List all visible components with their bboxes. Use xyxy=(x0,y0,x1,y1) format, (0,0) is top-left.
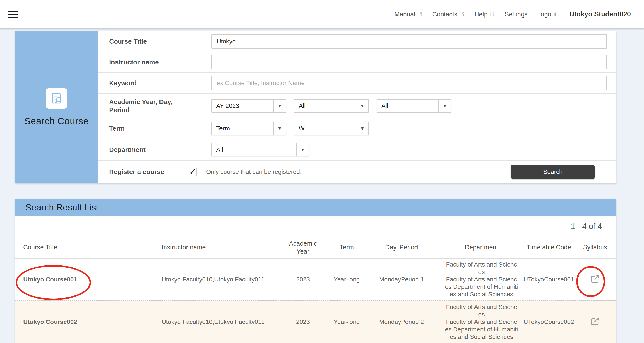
search-course-card: Search Course Course Title Instructor na… xyxy=(15,31,616,183)
form-row-department: Department All ▼ xyxy=(98,139,616,160)
search-course-title: Search Course xyxy=(24,116,88,126)
instructor-name-label: Instructor name xyxy=(109,58,184,66)
chevron-down-icon: ▼ xyxy=(356,122,368,135)
nav-manual-label: Manual xyxy=(394,11,415,18)
nav-help-label: Help xyxy=(474,11,488,18)
instructor-cell: Utokyo Faculty010,Utokyo Faculty011 xyxy=(162,258,276,301)
search-result-card: Search Result List 1 - 4 of 4 Course Tit… xyxy=(15,199,616,343)
chevron-down-icon: ▼ xyxy=(438,100,451,112)
nav-logout[interactable]: Logout xyxy=(537,11,557,18)
department-select[interactable]: All ▼ xyxy=(212,143,309,156)
search-course-side-panel: Search Course xyxy=(15,31,98,183)
nav-logout-label: Logout xyxy=(537,11,557,18)
keyword-input[interactable] xyxy=(212,76,607,90)
form-row-register: Register a course ✓ Only course that can… xyxy=(98,160,616,183)
search-course-icon xyxy=(46,88,68,109)
year-cell: 2023 xyxy=(276,258,330,301)
syllabus-cell xyxy=(574,301,616,343)
period-select-value: All xyxy=(377,102,438,109)
pagination-info: 1 - 4 of 4 xyxy=(15,216,616,237)
register-course-checkbox[interactable]: ✓ xyxy=(188,168,197,176)
form-row-term: Term Term ▼ W ▼ xyxy=(98,118,616,139)
col-instructor-name: Instructor name xyxy=(162,237,276,258)
search-result-list-title: Search Result List xyxy=(15,199,616,216)
register-course-checkbox-label: Only course that can be registered. xyxy=(206,168,302,175)
day-select[interactable]: All ▼ xyxy=(294,99,369,113)
search-button[interactable]: Search xyxy=(511,165,595,179)
chevron-down-icon: ▼ xyxy=(356,100,368,112)
syllabus-external-link-icon[interactable] xyxy=(590,316,600,326)
nav-contacts-label: Contacts xyxy=(432,11,457,18)
keyword-label: Keyword xyxy=(109,79,184,87)
department-label: Department xyxy=(109,146,184,154)
instructor-cell: Utokyo Faculty010,Utokyo Faculty011 xyxy=(162,301,276,343)
course-title-input[interactable] xyxy=(212,34,607,49)
term-cell: Year-long xyxy=(330,301,363,343)
nav-help[interactable]: Help xyxy=(474,11,495,18)
course-title-label: Course Title xyxy=(109,37,184,46)
timetable-code-cell: UTokyoCourse002 xyxy=(523,301,574,343)
term-detail-select[interactable]: W ▼ xyxy=(294,122,369,135)
col-academic-year: Academic Year xyxy=(276,237,330,258)
course-title-link[interactable]: Utokyo Course002 xyxy=(15,301,162,343)
syllabus-cell xyxy=(574,258,616,301)
user-name: Utokyo Student020 xyxy=(569,10,631,18)
form-row-academic: Academic Year, Day, Period AY 2023 ▼ All… xyxy=(98,93,616,118)
timetable-code-cell: UTokyoCourse001 xyxy=(523,258,574,301)
form-row-instructor: Instructor name xyxy=(98,52,616,72)
checkmark-icon: ✓ xyxy=(189,167,196,176)
day-period-cell: MondayPeriod 2 xyxy=(363,301,440,343)
chevron-down-icon: ▼ xyxy=(296,143,309,156)
results-header-row: Course Title Instructor name Academic Ye… xyxy=(15,237,616,258)
instructor-name-input[interactable] xyxy=(212,55,607,70)
col-timetable-code: Timetable Code xyxy=(523,237,574,258)
term-cell: Year-long xyxy=(330,258,363,301)
external-link-icon xyxy=(417,12,423,17)
col-course-title: Course Title xyxy=(15,237,162,258)
nav-settings[interactable]: Settings xyxy=(505,11,528,18)
register-course-label: Register a course xyxy=(109,168,184,176)
academic-year-select-value: AY 2023 xyxy=(212,102,273,109)
col-term: Term xyxy=(330,237,363,258)
external-link-icon xyxy=(459,12,465,17)
academic-year-select[interactable]: AY 2023 ▼ xyxy=(212,99,286,113)
result-row-1: Utokyo Course001 Utokyo Faculty010,Utoky… xyxy=(15,258,616,301)
day-select-value: All xyxy=(294,102,356,109)
day-period-cell: MondayPeriod 1 xyxy=(363,258,440,301)
term-label: Term xyxy=(109,124,184,133)
period-select[interactable]: All ▼ xyxy=(376,99,452,113)
external-link-icon xyxy=(489,12,495,17)
course-title-link[interactable]: Utokyo Course001 xyxy=(15,258,162,301)
col-department: Department xyxy=(440,237,523,258)
department-select-value: All xyxy=(212,146,296,153)
col-day-period: Day, Period xyxy=(363,237,440,258)
academic-label: Academic Year, Day, Period xyxy=(109,98,184,114)
form-row-keyword: Keyword xyxy=(98,72,616,93)
chevron-down-icon: ▼ xyxy=(273,122,286,135)
nav-settings-label: Settings xyxy=(505,11,528,18)
search-form: Course Title Instructor name Keyword Aca… xyxy=(98,31,616,183)
term-select-value: Term xyxy=(212,125,273,132)
chevron-down-icon: ▼ xyxy=(273,100,286,112)
results-table: Course Title Instructor name Academic Ye… xyxy=(15,237,616,343)
hamburger-menu-icon[interactable] xyxy=(8,11,18,18)
term-detail-select-value: W xyxy=(294,125,356,132)
nav-contacts[interactable]: Contacts xyxy=(432,11,465,18)
result-row-2: Utokyo Course002 Utokyo Faculty010,Utoky… xyxy=(15,301,616,343)
form-row-course-title: Course Title xyxy=(98,31,616,52)
app-header: Manual Contacts Help Settings Logout Uto… xyxy=(0,0,644,29)
department-cell: Faculty of Arts and Scienc es Faculty of… xyxy=(440,258,523,301)
term-select[interactable]: Term ▼ xyxy=(212,122,286,135)
department-cell: Faculty of Arts and Scienc es Faculty of… xyxy=(440,301,523,343)
col-syllabus: Syllabus xyxy=(574,237,616,258)
top-nav: Manual Contacts Help Settings Logout Uto… xyxy=(394,10,631,18)
nav-manual[interactable]: Manual xyxy=(394,11,422,18)
year-cell: 2023 xyxy=(276,301,330,343)
syllabus-external-link-icon[interactable] xyxy=(590,274,600,284)
